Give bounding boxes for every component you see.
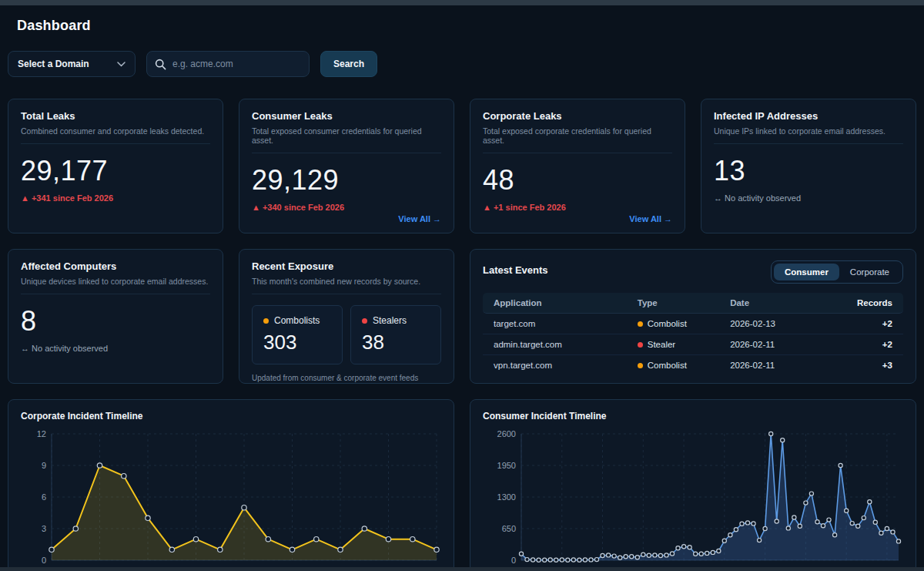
stat-delta: ▲ +340 since Feb 2026	[252, 203, 441, 212]
svg-text:3: 3	[42, 524, 46, 533]
card-corporate-timeline: Corporate Incident Timeline 0369122022-0…	[8, 399, 454, 571]
svg-text:0: 0	[511, 556, 516, 565]
card-title: Total Leaks	[21, 110, 210, 122]
dashboard-page: Dashboard Select a Domain Search Total L…	[0, 18, 924, 571]
search-input[interactable]	[172, 59, 301, 69]
col-date: Date	[730, 298, 832, 307]
stat-delta: ▲ +1 since Feb 2026	[483, 203, 672, 212]
card-consumer-timeline: Consumer Incident Timeline 0650130019502…	[470, 399, 916, 571]
event-records: +2	[832, 319, 892, 328]
card-consumer-leaks: Consumer Leaks Total exposed consumer cr…	[239, 99, 454, 233]
exposure-footer: Updated from consumer & corporate event …	[252, 374, 441, 382]
card-description: Total exposed consumer credentials for q…	[252, 126, 441, 153]
tab-consumer[interactable]: Consumer	[774, 264, 839, 280]
chart-title: Corporate Incident Timeline	[21, 411, 441, 422]
card-affected-computers: Affected Computers Unique devices linked…	[8, 249, 223, 384]
event-type-dot-icon	[638, 363, 643, 368]
exposure-stealers: Stealers 38	[350, 305, 441, 364]
stat-delta: ▲ +341 since Feb 2026	[21, 193, 210, 203]
event-date: 2026-02-11	[730, 340, 832, 349]
card-recent-exposure: Recent Exposure This month's combined ne…	[239, 249, 454, 384]
exposure-value: 303	[263, 331, 331, 354]
card-description: Combined consumer and corporate leaks de…	[21, 126, 210, 144]
corporate-timeline-chart: 0369122022-012024-032024-052024-092024-1…	[21, 426, 443, 571]
combolist-dot-icon	[263, 318, 269, 324]
card-title: Infected IP Addresses	[714, 110, 903, 122]
card-title: Consumer Leaks	[252, 110, 441, 122]
event-application: vpn.target.com	[494, 361, 638, 370]
event-date: 2026-02-11	[730, 361, 832, 370]
svg-text:1300: 1300	[497, 492, 516, 502]
card-infected-ips: Infected IP Addresses Unique IPs linked …	[701, 99, 916, 233]
event-records: +3	[832, 361, 892, 370]
window-top-strip	[0, 0, 924, 5]
cards-grid: Total Leaks Combined consumer and corpor…	[8, 99, 916, 571]
card-description: This month's combined new records by sou…	[252, 277, 441, 294]
stat-delta: ↔ No activity observed	[21, 344, 210, 353]
event-type-dot-icon	[638, 342, 643, 348]
table-row[interactable]: target.com Combolist 2026-02-13 +2	[483, 314, 903, 334]
exposure-boxes: Combolists 303 Stealers 38	[252, 305, 441, 364]
event-application: target.com	[494, 319, 638, 328]
svg-text:9: 9	[42, 461, 46, 470]
event-date: 2026-02-13	[730, 319, 832, 328]
svg-text:6: 6	[42, 492, 46, 502]
exposure-label: Stealers	[373, 315, 407, 326]
events-table: Application Type Date Records target.com…	[483, 293, 903, 375]
domain-select-value: Select a Domain	[18, 59, 89, 69]
svg-text:1950: 1950	[497, 461, 516, 470]
exposure-label: Combolists	[274, 315, 320, 326]
col-type: Type	[638, 298, 730, 307]
chevron-down-icon	[117, 62, 126, 67]
col-records: Records	[832, 298, 892, 307]
events-table-header: Application Type Date Records	[483, 293, 903, 314]
event-type: Combolist	[648, 319, 687, 328]
page-title: Dashboard	[17, 18, 907, 34]
event-application: admin.target.com	[494, 340, 638, 349]
stat-value: 29,129	[252, 164, 441, 196]
domain-select[interactable]: Select a Domain	[8, 51, 136, 77]
card-description: Total exposed corporate credentials for …	[483, 126, 672, 153]
card-title: Corporate Leaks	[483, 110, 672, 122]
stat-delta: ↔ No activity observed	[714, 193, 903, 203]
window-bottom-strip	[0, 567, 924, 571]
stat-value: 8	[21, 305, 210, 338]
view-all-link[interactable]: View All →	[398, 214, 441, 223]
svg-text:0: 0	[42, 556, 46, 565]
card-description: Unique IPs linked to corporate email add…	[714, 126, 903, 144]
card-title: Recent Exposure	[252, 260, 441, 272]
query-controls: Select a Domain Search	[8, 51, 916, 77]
tab-corporate[interactable]: Corporate	[839, 264, 900, 280]
event-type: Combolist	[648, 361, 687, 370]
card-corporate-leaks: Corporate Leaks Total exposed corporate …	[470, 99, 685, 233]
card-latest-events: Latest Events Consumer Corporate Applica…	[470, 249, 916, 384]
stat-value: 13	[714, 155, 903, 187]
stat-value: 29,177	[21, 155, 210, 187]
table-row[interactable]: admin.target.com Stealer 2026-02-11 +2	[483, 334, 903, 355]
card-title: Affected Computers	[21, 260, 210, 272]
card-title: Latest Events	[483, 264, 548, 276]
svg-text:12: 12	[37, 429, 46, 438]
card-description: Unique devices linked to corporate email…	[21, 277, 210, 294]
search-button[interactable]: Search	[320, 51, 377, 77]
card-total-leaks: Total Leaks Combined consumer and corpor…	[8, 99, 223, 233]
svg-text:650: 650	[502, 524, 516, 533]
table-row[interactable]: vpn.target.com Combolist 2026-02-11 +3	[483, 355, 903, 375]
chart-title: Consumer Incident Timeline	[483, 411, 903, 422]
event-type: Stealer	[648, 340, 675, 349]
event-records: +2	[832, 340, 892, 349]
stat-value: 48	[483, 164, 672, 196]
event-type-dot-icon	[638, 321, 643, 327]
exposure-combolists: Combolists 303	[252, 305, 343, 364]
search-box	[146, 51, 310, 77]
stealer-dot-icon	[362, 318, 367, 324]
col-application: Application	[494, 298, 638, 307]
svg-text:2600: 2600	[497, 429, 516, 438]
view-all-link[interactable]: View All →	[629, 214, 672, 223]
events-tab-switch: Consumer Corporate	[771, 260, 903, 284]
consumer-timeline-chart: 06501300195026002000-072021-042021-11202…	[483, 426, 905, 571]
exposure-value: 38	[362, 331, 430, 354]
search-icon	[155, 59, 166, 70]
